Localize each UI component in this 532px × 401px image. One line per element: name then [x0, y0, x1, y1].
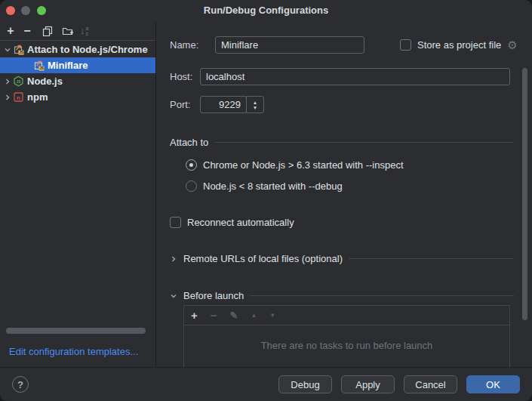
tree-item-attach-nodejs-chrome[interactable]: JS Attach to Node.js/Chrome	[0, 42, 155, 57]
add-task-icon[interactable]: +	[191, 310, 198, 321]
name-input[interactable]	[215, 36, 364, 54]
reconnect-automatically-checkbox[interactable]	[170, 217, 181, 228]
chevron-right-icon[interactable]	[170, 255, 177, 263]
tree-item-miniflare[interactable]: JS Miniflare	[0, 57, 155, 73]
configurations-sidebar: + − ↓az JS Attach to Node.js/Chrome	[0, 21, 156, 367]
section-separator	[349, 258, 514, 259]
svg-text:n: n	[17, 94, 20, 101]
attach-nodejs-chrome-icon: JS	[13, 44, 24, 55]
host-label: Host:	[170, 68, 192, 85]
radio-selected-icon[interactable]	[186, 159, 197, 171]
before-launch-toolbar: + − ✎ ▲ ▼	[184, 306, 509, 325]
section-separator	[214, 142, 514, 143]
attach-to-title: Attach to	[170, 137, 208, 148]
tree-item-label: Miniflare	[48, 60, 88, 71]
svg-text:JS: JS	[19, 51, 23, 54]
sidebar-horizontal-scrollbar[interactable]	[6, 328, 146, 334]
attach-option-debug[interactable]: Node.js < 8 started with --debug	[186, 180, 343, 192]
attach-nodejs-chrome-icon: JS	[33, 60, 45, 71]
before-launch-section-header[interactable]: Before launch	[170, 290, 514, 301]
close-window-button[interactable]	[6, 6, 15, 15]
port-label: Port:	[170, 96, 190, 113]
before-launch-tasks-panel: + − ✎ ▲ ▼ There are no tasks to run befo…	[183, 305, 510, 367]
copy-configuration-icon[interactable]	[39, 23, 56, 39]
nodejs-icon: JS	[13, 76, 24, 87]
cancel-button[interactable]: Cancel	[404, 375, 457, 393]
attach-option-inspect[interactable]: Chrome or Node.js > 6.3 started with --i…	[186, 159, 404, 171]
chevron-down-icon[interactable]	[3, 46, 12, 54]
remote-urls-title: Remote URLs of local files (optional)	[183, 253, 343, 264]
add-configuration-icon[interactable]: +	[2, 23, 19, 39]
gear-icon[interactable]: ⚙	[507, 39, 517, 51]
tree-item-nodejs[interactable]: JS Node.js	[0, 73, 155, 89]
remove-task-icon[interactable]: −	[211, 310, 217, 321]
svg-text:JS: JS	[16, 79, 21, 84]
minimize-window-button[interactable]	[21, 6, 30, 15]
stepper-down-icon[interactable]: ▼	[253, 105, 257, 110]
store-as-project-file-row: Store as project file ⚙	[400, 39, 518, 51]
tree-item-label: Attach to Node.js/Chrome	[27, 44, 148, 55]
section-separator	[250, 295, 514, 296]
remote-urls-section-header[interactable]: Remote URLs of local files (optional)	[170, 253, 514, 264]
new-folder-icon[interactable]	[59, 23, 75, 39]
debug-button[interactable]: Debug	[278, 375, 332, 393]
before-launch-empty-text: There are no tasks to run before launch	[184, 340, 509, 351]
attach-option-label: Node.js < 8 started with --debug	[203, 180, 343, 192]
configurations-tree: JS Attach to Node.js/Chrome JS Miniflare…	[0, 42, 155, 105]
radio-unselected-icon[interactable]	[186, 180, 197, 192]
tree-item-npm[interactable]: n npm	[0, 89, 155, 105]
reconnect-automatically-label: Reconnect automatically	[187, 217, 294, 228]
tree-item-label: Node.js	[27, 76, 63, 87]
svg-text:JS: JS	[39, 66, 44, 70]
before-launch-title: Before launch	[183, 290, 244, 301]
help-button[interactable]: ?	[12, 376, 29, 393]
sort-configurations-icon[interactable]: ↓az	[80, 25, 88, 36]
footer-buttons: Debug Apply Cancel OK	[278, 375, 520, 393]
dialog-title: Run/Debug Configurations	[0, 0, 532, 21]
move-down-icon[interactable]: ▼	[269, 310, 275, 321]
name-label: Name:	[170, 36, 198, 54]
sidebar-toolbar: + − ↓az	[0, 21, 155, 41]
chevron-right-icon[interactable]	[3, 94, 12, 101]
attach-option-label: Chrome or Node.js > 6.3 started with --i…	[203, 159, 404, 171]
store-as-project-file-checkbox[interactable]	[400, 39, 411, 51]
ok-button[interactable]: OK	[466, 375, 520, 393]
run-debug-configurations-dialog: Run/Debug Configurations + − ↓az JS A	[0, 0, 532, 401]
port-stepper[interactable]: ▲ ▼	[246, 96, 264, 113]
store-as-project-file-label: Store as project file	[417, 39, 501, 51]
main-vertical-scrollbar[interactable]	[522, 68, 527, 320]
apply-button[interactable]: Apply	[341, 375, 395, 393]
edit-task-icon[interactable]: ✎	[230, 310, 238, 321]
dialog-footer: ? Debug Apply Cancel OK	[0, 367, 532, 401]
edit-configuration-templates-link[interactable]: Edit configuration templates...	[9, 346, 138, 357]
zoom-window-button[interactable]	[37, 6, 46, 15]
reconnect-automatically-row[interactable]: Reconnect automatically	[170, 217, 294, 228]
chevron-right-icon[interactable]	[3, 78, 12, 85]
npm-icon: n	[13, 91, 24, 103]
remove-configuration-icon[interactable]: −	[19, 23, 35, 39]
move-up-icon[interactable]: ▲	[251, 310, 257, 321]
host-input[interactable]	[200, 68, 510, 85]
chevron-down-icon[interactable]	[170, 292, 177, 300]
title-bar: Run/Debug Configurations	[0, 0, 532, 21]
port-input[interactable]	[200, 96, 247, 113]
configuration-form: Name: Store as project file ⚙ Host: Port…	[157, 21, 532, 367]
tree-item-label: npm	[27, 91, 48, 103]
attach-to-section-header: Attach to	[170, 137, 514, 148]
stepper-up-icon[interactable]: ▲	[253, 100, 257, 105]
